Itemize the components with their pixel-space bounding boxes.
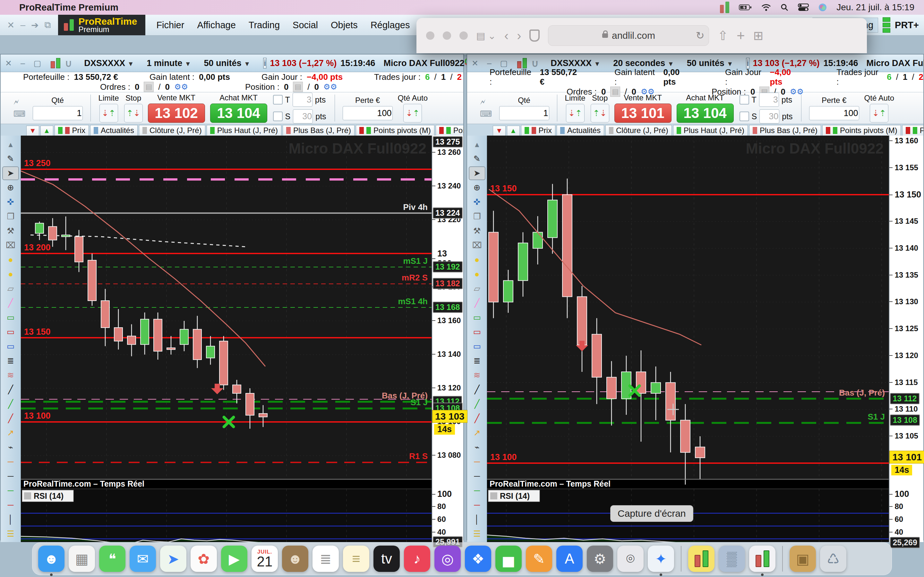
tab-plus-haut-j-pr-[interactable]: Plus Haut (J, Pré) (673, 125, 748, 135)
toolbar-black-hline[interactable]: ─ (2, 469, 19, 483)
toolbar-orange-hline[interactable]: ─ (469, 455, 485, 469)
price-axis[interactable]: 13 26013 24013 22013 20013 18013 16013 1… (431, 135, 463, 542)
safari-close-button[interactable] (426, 31, 435, 40)
units-dropdown[interactable]: 50 unités ▼ (684, 58, 736, 68)
dock-calendar[interactable]: JUIL.21 (252, 546, 278, 572)
orders-list-icon[interactable]: ▤ (144, 82, 153, 92)
dock-launchpad[interactable]: ▦ (69, 546, 95, 572)
dock-numbers[interactable]: ▅ (495, 546, 522, 572)
toolbar-zoom-tool[interactable]: ⊕ (469, 181, 485, 195)
toolbar-vline-tool[interactable]: │ (2, 513, 19, 526)
toolbar-fan-lines[interactable]: ≋ (469, 368, 485, 382)
sell-mkt-button[interactable]: 13 102 (148, 103, 205, 123)
buy-mkt-button[interactable]: 13 104 (210, 103, 267, 123)
dock-keynote[interactable]: ❖ (465, 546, 491, 572)
toolbar-green-rect[interactable]: ▭ (469, 311, 485, 324)
share-icon[interactable]: ⇧ (717, 28, 728, 43)
menu-réglages[interactable]: Réglages (365, 17, 415, 33)
tab-points-pivots-m-[interactable]: Points pivots (M) (356, 125, 435, 135)
dock-mail[interactable]: ✉ (129, 546, 156, 572)
trailing-input[interactable] (292, 93, 312, 107)
tab-prix[interactable]: Prix (55, 125, 89, 135)
trailing-checkbox[interactable] (740, 95, 749, 105)
stoploss-checkbox[interactable] (740, 111, 749, 121)
toolbar-copy-tool[interactable]: ❐ (2, 210, 19, 223)
stoploss-checkbox[interactable] (273, 111, 283, 121)
info-icon[interactable]: i (746, 58, 750, 69)
dock-contacts[interactable]: ☻ (282, 546, 309, 572)
tab-points-pivots-m-[interactable]: Points pivots (M) (822, 125, 901, 135)
timeframe-dropdown[interactable]: 20 secondes ▼ (610, 58, 677, 68)
tab-cl-ture-j-pr-[interactable]: Clôture (J, Pré) (139, 125, 205, 135)
toolbar-red-trendline[interactable]: ╱ (469, 412, 485, 425)
toolbar-orange-arrow[interactable]: ↗ (2, 426, 19, 440)
tab-cl-ture-j-pr-[interactable]: Clôture (J, Pré) (606, 125, 672, 135)
toolbar-red-rect[interactable]: ▭ (2, 325, 19, 339)
stop-order-icon[interactable]: ⇡⇣ (124, 104, 143, 122)
window-pin-icon[interactable]: ➔ (31, 20, 39, 31)
menu-affichage[interactable]: Affichage (192, 17, 241, 33)
prt-plus-label[interactable]: PRT+ (895, 20, 919, 31)
dock-downloads[interactable]: ▣ (790, 546, 816, 572)
dock-system-preferences[interactable]: ⚙ (587, 546, 613, 572)
tab-overview-icon[interactable]: ⊞ (753, 29, 764, 43)
panel-window-controls[interactable]: ✕ ‒ ▢ (467, 59, 515, 68)
magnet-icon[interactable]: ∪ (65, 58, 72, 69)
dock-screenshot[interactable]: ⌾ (617, 546, 644, 572)
toolbar-pointer-tool[interactable]: ➤ (2, 166, 19, 180)
toolbar-alarm-bell[interactable]: ● (2, 268, 19, 281)
perte-input[interactable] (809, 106, 859, 120)
tab-plus-bas-j-pr-[interactable]: Plus Bas (J, Pré) (283, 125, 355, 135)
dock-prorealtime-workstation[interactable] (688, 546, 714, 572)
timeframe-dropdown[interactable]: 1 minute ▼ (144, 58, 194, 68)
dock-maps[interactable]: ➤ (160, 546, 186, 572)
toolbar-pencil-tool[interactable]: ✎ (2, 152, 19, 166)
address-bar[interactable]: andlil.com ↻ (548, 25, 709, 46)
window-close-icon[interactable]: ✕ (7, 20, 15, 31)
stoploss-input[interactable] (293, 109, 313, 123)
reload-icon[interactable]: ↻ (696, 29, 704, 42)
trailing-checkbox[interactable] (273, 95, 283, 105)
toolbar-copy-tool[interactable]: ❐ (469, 210, 485, 223)
toolbar-orange-arrow[interactable]: ↗ (469, 426, 485, 440)
dock-podcasts[interactable]: ◎ (435, 546, 461, 572)
tab-plus-haut-j-pr-[interactable]: Plus Haut (J, Pré) (207, 125, 281, 135)
dock-safari[interactable]: ✦ (648, 546, 674, 572)
dock-pages[interactable]: ✎ (526, 546, 552, 572)
price-axis[interactable]: 13 16013 15513 15013 14513 14013 13513 1… (889, 135, 923, 542)
toolbar-vline-tool[interactable]: │ (469, 513, 485, 526)
units-dropdown[interactable]: 50 unités ▼ (201, 58, 254, 68)
dock-trash[interactable]: ♺ (820, 546, 846, 572)
position-list-icon[interactable]: ▤ (293, 82, 303, 92)
toolbar-black-trendline[interactable]: ╱ (2, 383, 19, 396)
dock-app-store[interactable]: A (556, 546, 583, 572)
dock-messages[interactable]: ❝ (99, 546, 126, 572)
toolbar-trash-tool[interactable]: ⌧ (2, 239, 19, 252)
app-window-controls[interactable]: ✕‒➔⧉ (0, 20, 58, 31)
toolbar-orange-hline[interactable]: ─ (2, 455, 19, 469)
toolbar-ruler-tool[interactable]: ▱ (2, 282, 19, 295)
tab-actualit-s[interactable]: Actualités (90, 125, 137, 135)
toolbar-annotation-lines[interactable]: ≣ (2, 354, 19, 367)
toolbar-alarm-pointer[interactable]: ● (469, 253, 485, 267)
menubar-app-name[interactable]: ProRealTime Premium (19, 2, 118, 13)
toolbar-blue-rect[interactable]: ▭ (2, 340, 19, 353)
position-auto-icon[interactable]: ⚙⚙ (323, 82, 337, 92)
stop-order-icon[interactable]: ⇡⇣ (591, 104, 609, 122)
toolbar-green-trendline[interactable]: ╱ (469, 397, 485, 411)
toolbar-blue-rect[interactable]: ▭ (469, 340, 485, 353)
toolbar-tools-wrench[interactable]: ⚒ (469, 224, 485, 238)
tab-prix[interactable]: Prix (521, 125, 556, 135)
prt-status-icon[interactable] (720, 2, 729, 13)
toolbar-alarm-bell[interactable]: ● (469, 268, 485, 281)
toolbar-annotation-lines[interactable]: ≣ (469, 354, 485, 367)
safari-zoom-button[interactable] (459, 31, 468, 40)
toolbar-multi-hlines[interactable]: ☰ (2, 527, 19, 541)
sell-arrow-tab[interactable]: ▼ (26, 126, 39, 135)
toolbar-pencil-tool[interactable]: ✎ (469, 152, 485, 166)
dock-facetime[interactable]: ▶ (221, 546, 247, 572)
keyboard-icon[interactable]: ⌨ (13, 109, 26, 119)
tab-actualit-s[interactable]: Actualités (557, 125, 604, 135)
tab-points-pi[interactable]: Points pi (902, 125, 923, 135)
toolbar-collapse-arrow[interactable]: ▴ (469, 137, 485, 151)
